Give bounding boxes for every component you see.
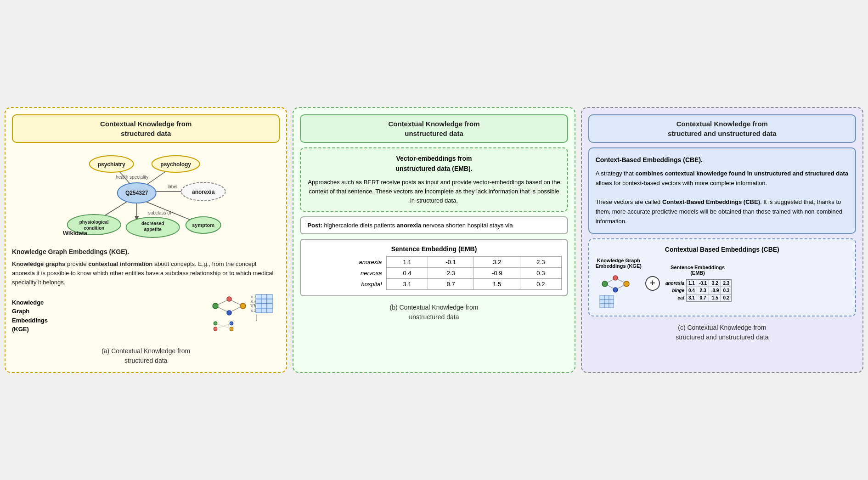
- post-text: highercalorie diets patients anorexia ne…: [324, 222, 513, 229]
- cbe-val-cell: 1.1: [687, 280, 697, 287]
- table-row: anorexia 1.1 -0.1 3.2 2.3: [306, 257, 561, 268]
- svg-line-62: [608, 279, 614, 282]
- svg-point-59: [613, 276, 618, 280]
- svg-text:Wikidata: Wikidata: [63, 230, 88, 237]
- cbe-emb-label: Sentence Embeddings(EMB): [671, 265, 725, 276]
- cbe-text-box: Context-Based Embeddings (CBE). A strate…: [588, 147, 856, 233]
- emb-inner-text: Approaches such as BERT receive posts as…: [306, 178, 561, 205]
- svg-line-63: [608, 285, 614, 288]
- svg-line-33: [231, 307, 241, 311]
- svg-rect-42: [261, 304, 267, 308]
- svg-rect-45: [261, 308, 267, 313]
- cbe-val-cell: 0.3: [721, 287, 732, 294]
- svg-line-30: [218, 300, 227, 305]
- svg-point-29: [240, 303, 246, 309]
- emb-table-title: Sentence Embedding (EMB): [306, 245, 561, 253]
- svg-rect-41: [256, 304, 261, 308]
- svg-text:health speciality: health speciality: [116, 175, 148, 180]
- cbe-word-cell: binge: [664, 287, 687, 294]
- svg-line-31: [218, 307, 227, 311]
- val-cell: 1.5: [474, 279, 520, 290]
- cbe-diagram-title: Contextual Based Embeddings (CBE): [596, 246, 849, 253]
- cbe-val-cell: 2.3: [721, 280, 732, 287]
- cbe-val-cell: 0.2: [721, 294, 732, 302]
- panel-c-caption: (c) Contextual Knowledge fromstructured …: [588, 323, 856, 342]
- svg-point-58: [602, 281, 608, 287]
- kge-text-section: Knowledge Graph Embeddings (KGE). Knowle…: [12, 247, 280, 287]
- svg-text:0.7: 0.7: [251, 295, 256, 299]
- val-cell: 0.2: [520, 279, 562, 290]
- cbe-kge-label: Knowledge GraphEmbeddings (KGE): [596, 258, 642, 269]
- svg-rect-37: [267, 294, 272, 299]
- val-cell: 0.3: [520, 268, 562, 279]
- cbe-val-cell: 0.7: [697, 294, 709, 302]
- val-cell: 2.3: [428, 268, 474, 279]
- table-row: hospital 3.1 0.7 1.5 0.2: [306, 279, 561, 290]
- svg-text:anorexia: anorexia: [192, 189, 215, 195]
- emb-inner-box: Vector-embeddings fromunstructured data …: [300, 147, 568, 212]
- cbe-text-p1: A strategy that combines contextual know…: [596, 169, 849, 188]
- svg-rect-39: [261, 299, 267, 304]
- kge-body-text: Knowledge graphs provide contextual info…: [12, 260, 280, 287]
- svg-rect-46: [267, 308, 272, 313]
- plus-icon: +: [645, 276, 660, 291]
- svg-text:psychiatry: psychiatry: [98, 161, 125, 168]
- word-cell: nervosa: [306, 268, 387, 279]
- panel-a: Contextual Knowledge fromstructured data…: [5, 107, 287, 373]
- svg-text:physiological: physiological: [79, 220, 109, 225]
- svg-line-65: [618, 285, 624, 288]
- cbe-kge-mini-svg: [598, 272, 639, 309]
- cbe-visual: Knowledge GraphEmbeddings (KGE): [596, 258, 849, 309]
- svg-rect-72: [600, 304, 604, 308]
- kg-visual: health speciality label subclass of: [12, 147, 280, 243]
- svg-rect-44: [256, 308, 261, 313]
- svg-text:label: label: [168, 184, 177, 189]
- svg-point-28: [227, 311, 231, 315]
- svg-rect-69: [600, 299, 604, 304]
- emb-inner-title: Vector-embeddings fromunstructured data …: [306, 154, 561, 174]
- svg-text:psychology: psychology: [160, 161, 191, 168]
- svg-line-32: [231, 300, 241, 305]
- cbe-diagram-box: Contextual Based Embeddings (CBE) Knowle…: [588, 238, 856, 316]
- svg-rect-40: [267, 299, 272, 304]
- svg-text:appetite: appetite: [144, 227, 162, 232]
- cbe-emb-table: anorexia 1.1 -0.1 3.2 2.3 binge 0.4 2.3 …: [664, 279, 732, 302]
- svg-rect-38: [256, 299, 261, 304]
- cbe-word-cell: anorexia: [664, 280, 687, 287]
- cbe-text-title: Context-Based Embeddings (CBE).: [596, 155, 849, 165]
- val-cell: 0.7: [428, 279, 474, 290]
- cbe-text-p2: These vectors are called Context-Based E…: [596, 198, 849, 226]
- svg-text:0.4: 0.4: [251, 299, 256, 304]
- val-cell: -0.1: [428, 257, 474, 268]
- val-cell: 1.1: [387, 257, 428, 268]
- kge-label-text: KnowledgeGraphEmbeddings(KGE): [12, 298, 200, 334]
- svg-rect-66: [600, 295, 604, 299]
- svg-text:0.8: 0.8: [251, 304, 256, 308]
- svg-rect-43: [267, 304, 272, 308]
- post-label: Post:: [307, 222, 322, 229]
- svg-rect-73: [604, 304, 609, 308]
- cbe-kge-col: Knowledge GraphEmbeddings (KGE): [596, 258, 642, 309]
- word-cell: anorexia: [306, 257, 387, 268]
- post-box: Post: highercalorie diets patients anore…: [300, 216, 568, 234]
- svg-text:]: ]: [256, 313, 258, 321]
- emb-table: anorexia 1.1 -0.1 3.2 2.3 nervosa 0.4 2.…: [306, 256, 561, 290]
- svg-text:Q254327: Q254327: [125, 190, 148, 196]
- val-cell: 0.4: [387, 268, 428, 279]
- kge-section-title: Knowledge Graph Embeddings (KGE).: [12, 247, 280, 257]
- panel-b-title: Contextual Knowledge fromunstructured da…: [300, 114, 568, 143]
- svg-rect-74: [609, 304, 614, 308]
- table-row: nervosa 0.4 2.3 -0.9 0.3: [306, 268, 561, 279]
- main-container: Contextual Knowledge fromstructured data…: [5, 107, 863, 373]
- svg-text:subclass of: subclass of: [148, 210, 171, 215]
- cbe-val-cell: 1.5: [709, 294, 721, 302]
- svg-rect-70: [604, 299, 609, 304]
- svg-rect-68: [609, 295, 614, 299]
- val-cell: 3.1: [387, 279, 428, 290]
- panel-a-title: Contextual Knowledge fromstructured data: [12, 114, 280, 143]
- cbe-val-cell: 3.2: [709, 280, 721, 287]
- svg-point-61: [624, 281, 629, 287]
- svg-point-26: [213, 303, 218, 309]
- emb-table-box: Sentence Embedding (EMB) anorexia 1.1 -0…: [300, 239, 568, 296]
- kge-visual-row: KnowledgeGraphEmbeddings(KGE) →: [12, 292, 280, 340]
